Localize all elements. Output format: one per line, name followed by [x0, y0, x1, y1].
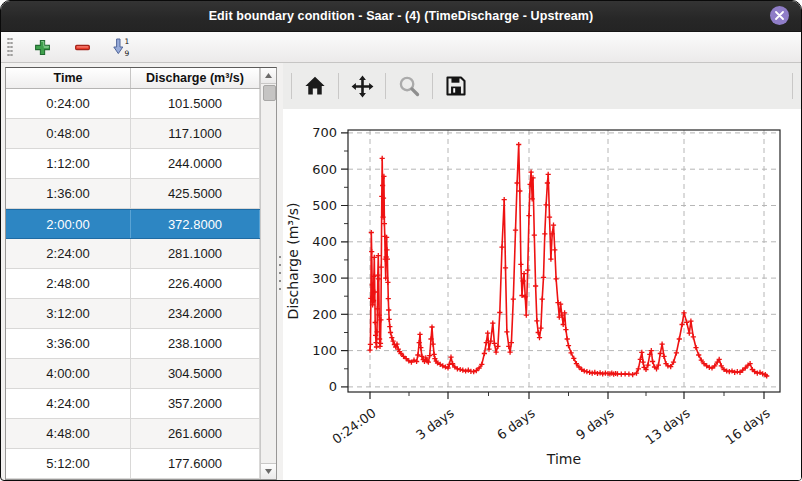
table-row[interactable]: 1:36:00425.5000	[6, 179, 260, 209]
sort-rows-button[interactable]: 1 9	[109, 35, 135, 59]
table-row[interactable]: 0:48:00117.1000	[6, 119, 260, 149]
discharge-cell[interactable]: 244.0000	[131, 149, 260, 178]
table-body: 0:24:00101.50000:48:00117.10001:12:00244…	[6, 89, 260, 479]
svg-text:500: 500	[312, 198, 337, 213]
toolbar-separator	[792, 73, 793, 99]
close-button[interactable]	[770, 6, 789, 25]
chart-series-markers	[367, 142, 769, 379]
toolbar-separator	[338, 73, 339, 99]
home-icon	[304, 75, 326, 97]
chart-x-tick-label: 9 days	[573, 405, 617, 443]
svg-text:600: 600	[312, 162, 337, 177]
time-cell[interactable]: 2:48:00	[6, 269, 131, 298]
arrow-down-icon	[265, 469, 272, 474]
scroll-up-button[interactable]	[261, 68, 276, 84]
arrow-up-icon	[265, 73, 272, 78]
chart-zoom-button[interactable]	[395, 72, 423, 100]
discharge-cell[interactable]: 372.8000	[131, 210, 260, 238]
table-row[interactable]: 4:00:00304.5000	[6, 359, 260, 389]
table-toolbar: 1 9	[1, 32, 801, 63]
table-row[interactable]: 3:12:00234.2000	[6, 299, 260, 329]
time-cell[interactable]: 0:24:00	[6, 89, 131, 118]
edit-boundary-condition-dialog: Edit boundary condition - Saar - (4) (Ti…	[0, 0, 802, 481]
toolbar-separator	[385, 73, 386, 99]
discharge-cell[interactable]: 238.1000	[131, 329, 260, 358]
zoom-icon	[398, 75, 420, 97]
svg-text:200: 200	[312, 307, 337, 322]
chart-x-tick-label: 3 days	[413, 405, 457, 443]
chart-pan-button[interactable]	[348, 72, 376, 100]
chart-canvas[interactable]: 01002003004005006007000:24:003 days6 day…	[283, 109, 801, 480]
chart-save-button[interactable]	[442, 72, 470, 100]
time-cell[interactable]: 1:36:00	[6, 179, 131, 208]
chart-panel: 01002003004005006007000:24:003 days6 day…	[283, 63, 801, 480]
remove-row-icon	[74, 39, 91, 56]
toolbar-separator	[432, 73, 433, 99]
time-cell[interactable]: 2:00:00	[6, 210, 131, 238]
toolbar-separator	[291, 73, 292, 99]
svg-text:9: 9	[124, 49, 129, 57]
discharge-cell[interactable]: 101.5000	[131, 89, 260, 118]
chart-toolbar	[283, 63, 801, 109]
time-cell[interactable]: 4:48:00	[6, 419, 131, 448]
chart-xlabel: Time	[546, 451, 581, 467]
discharge-chart: 01002003004005006007000:24:003 days6 day…	[283, 109, 801, 480]
column-header-discharge[interactable]: Discharge (m³/s)	[131, 68, 260, 88]
discharge-cell[interactable]: 281.1000	[131, 239, 260, 268]
window-title: Edit boundary condition - Saar - (4) (Ti…	[209, 9, 594, 23]
svg-text:400: 400	[312, 234, 337, 249]
chart-x-tick-label: 0:24:00	[329, 405, 378, 447]
discharge-cell[interactable]: 234.2000	[131, 299, 260, 328]
boundary-table: Time Discharge (m³/s) 0:24:00101.50000:4…	[5, 67, 277, 480]
sort-ascending-icon: 1 9	[112, 37, 133, 57]
svg-text:300: 300	[312, 271, 337, 286]
remove-row-button[interactable]	[69, 35, 95, 59]
save-icon	[445, 75, 467, 97]
chart-home-button[interactable]	[301, 72, 329, 100]
chart-x-tick-label: 6 days	[494, 405, 538, 443]
toolbar-drag-handle[interactable]	[7, 37, 13, 57]
table-row[interactable]: 5:12:00177.6000	[6, 449, 260, 479]
time-cell[interactable]: 3:36:00	[6, 329, 131, 358]
discharge-cell[interactable]: 177.6000	[131, 449, 260, 478]
discharge-cell[interactable]: 226.4000	[131, 269, 260, 298]
table-cells: Time Discharge (m³/s) 0:24:00101.50000:4…	[6, 68, 260, 479]
time-cell[interactable]: 5:12:00	[6, 449, 131, 478]
table-row[interactable]: 2:24:00281.1000	[6, 239, 260, 269]
time-cell[interactable]: 3:12:00	[6, 299, 131, 328]
time-cell[interactable]: 2:24:00	[6, 239, 131, 268]
discharge-cell[interactable]: 117.1000	[131, 119, 260, 148]
table-row[interactable]: 1:12:00244.0000	[6, 149, 260, 179]
time-cell[interactable]: 4:24:00	[6, 389, 131, 418]
table-row[interactable]: 3:36:00238.1000	[6, 329, 260, 359]
chart-series-line	[370, 145, 767, 377]
svg-text:1: 1	[124, 37, 129, 46]
discharge-cell[interactable]: 357.2000	[131, 389, 260, 418]
column-header-time[interactable]: Time	[6, 68, 131, 88]
discharge-cell[interactable]: 425.5000	[131, 179, 260, 208]
time-cell[interactable]: 0:48:00	[6, 119, 131, 148]
scrollbar-thumb[interactable]	[263, 85, 276, 101]
svg-text:700: 700	[312, 125, 337, 140]
time-cell[interactable]: 1:12:00	[6, 149, 131, 178]
table-row[interactable]: 4:48:00261.6000	[6, 419, 260, 449]
main-area: Time Discharge (m³/s) 0:24:00101.50000:4…	[1, 63, 801, 480]
scroll-down-button[interactable]	[261, 463, 276, 479]
close-icon	[775, 11, 784, 20]
add-row-icon	[34, 39, 51, 56]
splitter-grip-icon	[278, 253, 282, 291]
table-row[interactable]: 2:48:00226.4000	[6, 269, 260, 299]
table-row[interactable]: 4:24:00357.2000	[6, 389, 260, 419]
table-row[interactable]: 2:00:00372.8000	[6, 209, 260, 239]
discharge-cell[interactable]: 261.6000	[131, 419, 260, 448]
table-scrollbar[interactable]	[260, 68, 276, 479]
chart-ylabel: Discharge (m³/s)	[285, 203, 301, 320]
table-row[interactable]: 0:24:00101.5000	[6, 89, 260, 119]
time-cell[interactable]: 4:00:00	[6, 359, 131, 388]
svg-text:100: 100	[312, 343, 337, 358]
table-header: Time Discharge (m³/s)	[6, 68, 260, 89]
add-row-button[interactable]	[29, 35, 55, 59]
title-bar[interactable]: Edit boundary condition - Saar - (4) (Ti…	[1, 1, 801, 32]
discharge-cell[interactable]: 304.5000	[131, 359, 260, 388]
chart-gridlines	[348, 130, 780, 392]
